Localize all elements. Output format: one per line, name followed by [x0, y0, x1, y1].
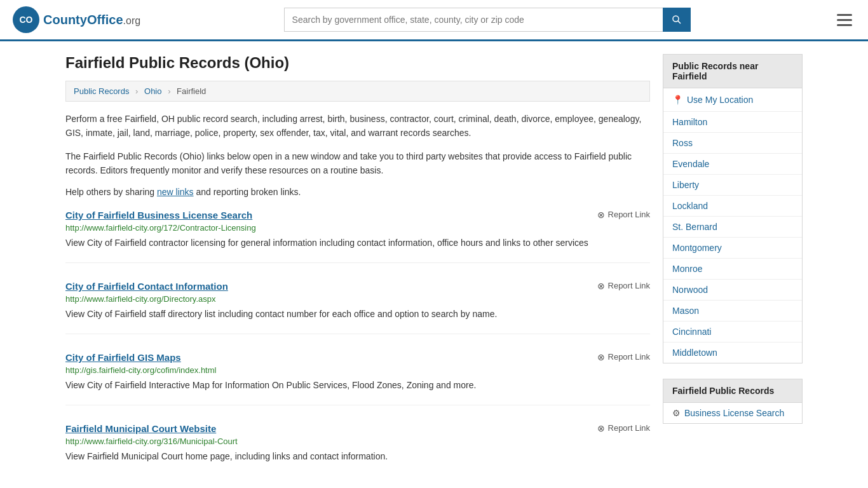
- sidebar-nearby-link-6[interactable]: Montgomery: [672, 243, 722, 253]
- sidebar-nearby-item: Evendale: [663, 154, 802, 175]
- sidebar-records-section: Fairfield Public Records ⚙Business Licen…: [663, 379, 803, 424]
- report-link-btn-2[interactable]: ⊗ Report Link: [597, 352, 650, 362]
- report-icon-0: ⊗: [597, 210, 605, 220]
- report-icon-3: ⊗: [597, 423, 605, 433]
- search-button[interactable]: [663, 8, 691, 32]
- sidebar-nearby-item: Montgomery: [663, 238, 802, 259]
- sidebar-nearby-link-4[interactable]: Lockland: [672, 201, 708, 211]
- result-header-2: City of Fairfield GIS Maps ⊗ Report Link: [65, 352, 650, 363]
- report-link-label-0: Report Link: [608, 210, 650, 219]
- result-item: City of Fairfield GIS Maps ⊗ Report Link…: [65, 352, 650, 405]
- description-1: Perform a free Fairfield, OH public reco…: [65, 112, 650, 140]
- breadcrumb-public-records[interactable]: Public Records: [74, 86, 129, 96]
- search-area: [284, 8, 691, 32]
- records-links-container: ⚙Business License Search: [663, 403, 802, 423]
- sidebar-nearby-item: Middletown: [663, 342, 802, 363]
- sidebar-nearby-item: Hamilton: [663, 112, 802, 133]
- report-link-btn-3[interactable]: ⊗ Report Link: [597, 423, 650, 433]
- report-link-btn-0[interactable]: ⊗ Report Link: [597, 210, 650, 220]
- result-desc-3: View Fairfield Municipal Court home page…: [65, 450, 650, 463]
- result-title-0[interactable]: City of Fairfield Business License Searc…: [65, 210, 252, 220]
- nearby-links-container: HamiltonRossEvendaleLibertyLocklandSt. B…: [663, 112, 802, 363]
- breadcrumb-sep2: ›: [168, 86, 170, 96]
- sidebar-nearby-item: St. Bernard: [663, 217, 802, 238]
- search-input[interactable]: [284, 8, 663, 32]
- sidebar-nearby-item: Ross: [663, 133, 802, 154]
- result-header-0: City of Fairfield Business License Searc…: [65, 210, 650, 220]
- sidebar-record-link-0[interactable]: Business License Search: [684, 408, 784, 418]
- svg-text:CO: CO: [20, 15, 33, 25]
- new-links-link[interactable]: new links: [157, 187, 194, 197]
- use-location-link[interactable]: Use My Location: [687, 95, 753, 105]
- svg-line-3: [677, 21, 680, 24]
- main-container: Fairfield Public Records (Ohio) Public R…: [53, 41, 815, 488]
- breadcrumb: Public Records › Ohio › Fairfield: [65, 81, 650, 102]
- description-2: The Fairfield Public Records (Ohio) link…: [65, 149, 650, 178]
- logo-icon: CO: [13, 6, 39, 33]
- report-link-label-3: Report Link: [608, 423, 650, 433]
- result-item: City of Fairfield Business License Searc…: [65, 210, 650, 263]
- result-title-1[interactable]: City of Fairfield Contact Information: [65, 281, 228, 292]
- result-desc-1: View City of Fairfield staff directory l…: [65, 308, 650, 321]
- help-text: Help others by sharing new links and rep…: [65, 187, 650, 197]
- result-header-3: Fairfield Municipal Court Website ⊗ Repo…: [65, 423, 650, 434]
- breadcrumb-ohio[interactable]: Ohio: [144, 86, 161, 96]
- result-desc-0: View City of Fairfield contractor licens…: [65, 236, 650, 250]
- logo-text: CountyOffice.org: [43, 13, 140, 27]
- result-url-3: http://www.fairfield-city.org/316/Munici…: [65, 437, 650, 446]
- sidebar-links: 📍 Use My Location HamiltonRossEvendaleLi…: [663, 88, 803, 363]
- sidebar-nearby-link-9[interactable]: Mason: [672, 306, 699, 316]
- breadcrumb-current: Fairfield: [177, 86, 206, 96]
- sidebar-nearby-link-10[interactable]: Cincinnati: [672, 327, 711, 337]
- sidebar-nearby-link-8[interactable]: Norwood: [672, 285, 708, 295]
- gear-icon: ⚙: [672, 408, 681, 418]
- sidebar-records-links: ⚙Business License Search: [663, 403, 803, 424]
- result-url-2: http://gis.fairfield-city.org/cofim/inde…: [65, 365, 650, 375]
- use-location-item: 📍 Use My Location: [663, 88, 802, 112]
- sidebar-records-title: Fairfield Public Records: [663, 379, 803, 403]
- report-link-label-2: Report Link: [608, 352, 650, 362]
- sidebar-nearby-link-2[interactable]: Evendale: [672, 159, 709, 169]
- result-item: City of Fairfield Contact Information ⊗ …: [65, 281, 650, 334]
- sidebar-nearby-section: Public Records near Fairfield 📍 Use My L…: [663, 54, 803, 363]
- sidebar: Public Records near Fairfield 📍 Use My L…: [663, 54, 803, 488]
- location-icon: 📍: [672, 95, 683, 105]
- sidebar-nearby-item: Cincinnati: [663, 322, 802, 342]
- content-area: Fairfield Public Records (Ohio) Public R…: [65, 54, 650, 488]
- results-list: City of Fairfield Business License Searc…: [65, 210, 650, 476]
- result-url-0: http://www.fairfield-city.org/172/Contra…: [65, 223, 650, 233]
- result-title-2[interactable]: City of Fairfield GIS Maps: [65, 352, 181, 363]
- menu-button[interactable]: [834, 11, 855, 29]
- sidebar-nearby-link-5[interactable]: St. Bernard: [672, 222, 717, 232]
- logo-area: CO CountyOffice.org: [13, 6, 140, 33]
- sidebar-nearby-link-11[interactable]: Middletown: [672, 348, 717, 358]
- header: CO CountyOffice.org: [0, 0, 868, 41]
- result-url-1: http://www.fairfield-city.org/Directory.…: [65, 294, 650, 304]
- report-icon-2: ⊗: [597, 352, 605, 362]
- sidebar-nearby-item: Lockland: [663, 196, 802, 217]
- sidebar-nearby-title: Public Records near Fairfield: [663, 54, 803, 88]
- sidebar-record-item: ⚙Business License Search: [663, 403, 802, 423]
- sidebar-nearby-link-0[interactable]: Hamilton: [672, 117, 707, 127]
- sidebar-nearby-link-7[interactable]: Monroe: [672, 264, 702, 274]
- page-title: Fairfield Public Records (Ohio): [65, 54, 650, 72]
- sidebar-nearby-link-3[interactable]: Liberty: [672, 180, 699, 190]
- sidebar-nearby-item: Liberty: [663, 175, 802, 196]
- sidebar-nearby-item: Norwood: [663, 280, 802, 301]
- result-title-3[interactable]: Fairfield Municipal Court Website: [65, 423, 216, 434]
- svg-point-2: [673, 16, 679, 22]
- result-desc-2: View City of Fairfield Interactive Map f…: [65, 379, 650, 392]
- sidebar-nearby-item: Monroe: [663, 259, 802, 280]
- result-header-1: City of Fairfield Contact Information ⊗ …: [65, 281, 650, 292]
- sidebar-nearby-item: Mason: [663, 301, 802, 322]
- result-item: Fairfield Municipal Court Website ⊗ Repo…: [65, 423, 650, 476]
- breadcrumb-sep1: ›: [135, 86, 138, 96]
- sidebar-nearby-link-1[interactable]: Ross: [672, 138, 693, 148]
- report-link-label-1: Report Link: [608, 281, 650, 290]
- report-link-btn-1[interactable]: ⊗ Report Link: [597, 281, 650, 291]
- report-icon-1: ⊗: [597, 281, 605, 291]
